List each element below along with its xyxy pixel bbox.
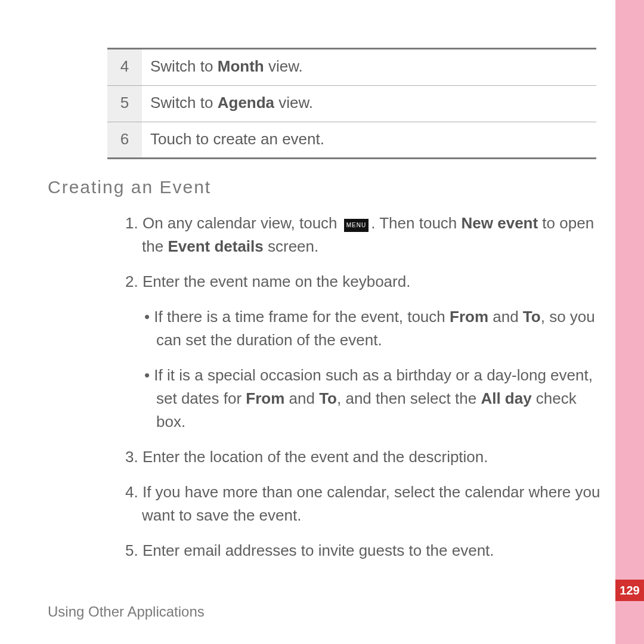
step-4: 4. If you have more than one calendar, s… [125,481,602,527]
section-heading: Creating an Event [48,177,602,197]
text: view. [264,57,303,75]
step-2: 2. Enter the event name on the keyboard. [125,270,602,293]
step-5: 5. Enter email addresses to invite guest… [125,539,602,562]
table-row: 5 Switch to Agenda view. [107,85,596,122]
menu-icon: MENU [344,219,369,232]
legend-number: 5 [107,85,142,122]
text: Switch to [150,57,218,75]
legend-text: Switch to Agenda view. [142,85,596,122]
footer-text: Using Other Applications [48,603,205,620]
text: • If there is a time frame for the event… [144,308,450,326]
table-row: 6 Touch to create an event. [107,122,596,159]
text: and [488,308,523,326]
legend-table: 4 Switch to Month view. 5 Switch to Agen… [107,48,596,159]
text: 1. On any calendar view, touch [125,214,342,232]
legend-number: 4 [107,49,142,86]
bold-text: From [246,389,284,407]
bold-text: Event details [168,237,263,255]
text: Touch to create an event. [150,130,324,148]
bold-text: From [450,308,488,326]
list-item: • If there is a time frame for the event… [142,305,602,352]
bold-text: Month [218,57,264,75]
text: Switch to [150,94,218,112]
bold-text: To [523,308,541,326]
steps-block: 1. On any calendar view, touch MENU. The… [125,212,602,562]
step-1: 1. On any calendar view, touch MENU. The… [125,212,602,258]
step-3: 3. Enter the location of the event and t… [125,445,602,469]
bold-text: New event [462,214,538,232]
bold-text: Agenda [218,94,274,112]
page-content: 4 Switch to Month view. 5 Switch to Agen… [48,0,602,644]
side-strip [615,0,644,644]
text: . Then touch [371,214,461,232]
legend-text: Touch to create an event. [142,122,596,159]
bold-text: To [319,389,337,407]
list-item: • If it is a special occasion such as a … [142,364,602,434]
bullet-list: • If there is a time frame for the event… [142,305,602,434]
text: , and then select the [337,389,481,407]
table-row: 4 Switch to Month view. [107,49,596,86]
bold-text: All day [481,389,531,407]
page-number-badge: 129 [615,580,644,601]
text: screen. [264,237,319,255]
text: and [284,389,319,407]
legend-number: 6 [107,122,142,159]
text: view. [274,94,313,112]
legend-text: Switch to Month view. [142,49,596,86]
